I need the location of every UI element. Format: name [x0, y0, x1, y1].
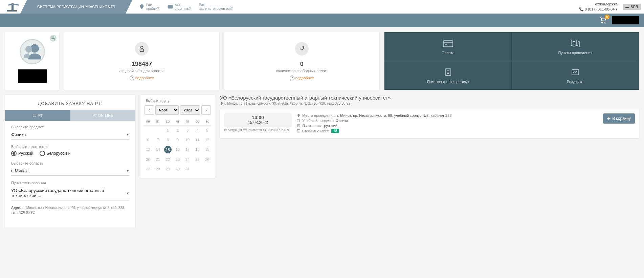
- radio-russian[interactable]: Русский: [11, 151, 34, 156]
- svg-rect-25: [297, 124, 300, 126]
- user-bar: 0: [0, 14, 644, 27]
- payments-more-link[interactable]: ? подробнее: [290, 76, 314, 80]
- form-tabs: РТ РТ ON-LINE: [5, 110, 135, 121]
- free-payments-card: 0 количество свободных оплат: ? подробне…: [224, 32, 379, 90]
- question-icon: ?: [130, 76, 134, 80]
- calendar-day[interactable]: 2: [173, 126, 182, 135]
- svg-point-7: [53, 38, 54, 39]
- calendar-day[interactable]: 19: [202, 145, 212, 155]
- venue-title: УО «Белорусский государственный аграрный…: [220, 95, 639, 101]
- venue-header: УО «Белорусский государственный аграрный…: [220, 95, 639, 105]
- radio-belarusian[interactable]: Белорусский: [40, 151, 71, 156]
- calendar-day-header: вс: [202, 117, 212, 126]
- tile-payment[interactable]: Оплата: [384, 32, 512, 61]
- dashboard-row: 198487 лицевой счёт для оплаты: ? подроб…: [0, 27, 644, 95]
- calendar-day[interactable]: 23: [173, 155, 182, 164]
- point-select[interactable]: УО «Белорусский государственный аграрный…: [11, 186, 129, 200]
- calendar-day-header: вт: [153, 117, 163, 126]
- calendar-day-header: чт: [173, 117, 182, 126]
- map-icon: [570, 39, 581, 48]
- calendar-month-select[interactable]: март: [155, 105, 179, 115]
- account-label: лицевой счёт для оплаты:: [119, 69, 164, 73]
- calendar-day[interactable]: 27: [143, 164, 153, 174]
- user-name[interactable]: [612, 16, 639, 24]
- nav-register[interactable]: Какзарегистрироваться?: [199, 3, 233, 11]
- gear-icon: [51, 36, 55, 40]
- calendar-day-header: пт: [183, 117, 193, 126]
- nav-pay[interactable]: Какоплатить?: [168, 3, 191, 11]
- tab-rt-online[interactable]: РТ ON-LINE: [70, 110, 136, 121]
- system-title: СИСТЕМА РЕГИСТРАЦИИ УЧАСТНИКОВ РТ: [27, 0, 126, 14]
- calendar-day[interactable]: 5: [202, 126, 212, 135]
- calendar-day[interactable]: 8: [163, 135, 173, 145]
- calendar-day[interactable]: 28: [153, 164, 163, 174]
- calendar-prev[interactable]: ‹: [145, 105, 154, 115]
- calendar-day[interactable]: 15: [164, 146, 172, 153]
- main-content: ДОБАВИТЬ ЗАЯВКУ НА РТ: РТ РТ ON-LINE Выб…: [0, 95, 644, 233]
- calendar-title: Выберите дату: [143, 95, 212, 105]
- calendar-day[interactable]: 12: [202, 135, 212, 145]
- calendar-day[interactable]: 21: [153, 155, 163, 164]
- calendar-day[interactable]: 1: [163, 126, 173, 135]
- calendar-day[interactable]: 9: [173, 135, 182, 145]
- lang-label: Выберите язык теста: [11, 145, 129, 149]
- calendar-day[interactable]: 29: [163, 164, 173, 174]
- calendar-day[interactable]: 26: [202, 155, 212, 164]
- calendar-day[interactable]: 18: [193, 145, 202, 155]
- payments-icon: [295, 42, 309, 56]
- tile-points[interactable]: Пункты проведения: [512, 32, 639, 61]
- calendar-day[interactable]: 25: [193, 155, 202, 164]
- registration-deadline: Регистрация оканчивается 14.03.2023 в 23…: [224, 128, 292, 132]
- add-to-cart-button[interactable]: ✚ В корзину: [603, 113, 635, 124]
- calendar-day[interactable]: 3: [183, 126, 193, 135]
- svg-rect-27: [297, 129, 300, 132]
- logo-icon: [7, 2, 20, 12]
- calendar-day[interactable]: 6: [143, 135, 153, 145]
- question-icon: ?: [290, 76, 294, 80]
- calendar-year-select[interactable]: 2023: [180, 105, 200, 115]
- calendar-day-header: ср: [163, 117, 173, 126]
- time-slot-card: 14:00 15.03.2023 Регистрация оканчиваетс…: [220, 109, 639, 138]
- calendar-day[interactable]: 14: [153, 145, 163, 155]
- calendar-day[interactable]: 20: [143, 155, 153, 164]
- free-payments-label: количество свободных оплат:: [276, 69, 328, 73]
- calendar-day[interactable]: 30: [173, 164, 182, 174]
- svg-point-12: [303, 46, 304, 47]
- tile-memo[interactable]: Памятка (on-line режим): [384, 61, 512, 90]
- calendar-day[interactable]: 4: [193, 126, 202, 135]
- svg-point-2: [141, 6, 142, 7]
- tile-result[interactable]: Результат: [512, 61, 639, 90]
- settings-button[interactable]: [50, 35, 57, 42]
- nav-where[interactable]: Гдепройти?: [139, 3, 159, 11]
- calendar-day: [143, 126, 153, 135]
- calendar-next[interactable]: ›: [201, 105, 211, 115]
- radio-icon: [40, 151, 45, 156]
- calendar-day[interactable]: 31: [183, 164, 193, 174]
- account-more-link[interactable]: ? подробнее: [130, 76, 154, 80]
- calendar: Выберите дату ‹ март 2023 › пнвтсрчтптсб…: [140, 95, 215, 178]
- calendar-day[interactable]: 17: [183, 145, 193, 155]
- calendar-day[interactable]: 11: [193, 135, 202, 145]
- pin-icon: [139, 4, 145, 9]
- calendar-day[interactable]: 7: [153, 135, 163, 145]
- tab-rt[interactable]: РТ: [5, 110, 70, 121]
- book-icon: [297, 119, 301, 123]
- cart-button[interactable]: 0: [599, 16, 607, 25]
- svg-point-6: [604, 22, 605, 23]
- region-select[interactable]: г. Минск: [11, 166, 129, 176]
- subject-select[interactable]: Физика: [11, 130, 129, 140]
- calendar-day[interactable]: 13: [143, 145, 153, 155]
- subject-label: Выберите предмет: [11, 125, 129, 129]
- svg-rect-13: [443, 41, 453, 47]
- calendar-day[interactable]: 24: [183, 155, 193, 164]
- calendar-day[interactable]: 16: [173, 145, 182, 155]
- free-payments-value: 0: [300, 61, 304, 68]
- form-title: ДОБАВИТЬ ЗАЯВКУ НА РТ:: [5, 95, 135, 110]
- language-switch[interactable]: ▬ БЕЛ: [623, 4, 641, 10]
- calendar-day[interactable]: 22: [163, 155, 173, 164]
- calendar-day[interactable]: 10: [183, 135, 193, 145]
- svg-rect-23: [33, 114, 36, 116]
- svg-rect-11: [140, 49, 143, 51]
- slot-time-box: 14:00 15.03.2023: [224, 113, 292, 127]
- nav-links: Гдепройти? Какоплатить? Какзарегистриров…: [139, 3, 232, 11]
